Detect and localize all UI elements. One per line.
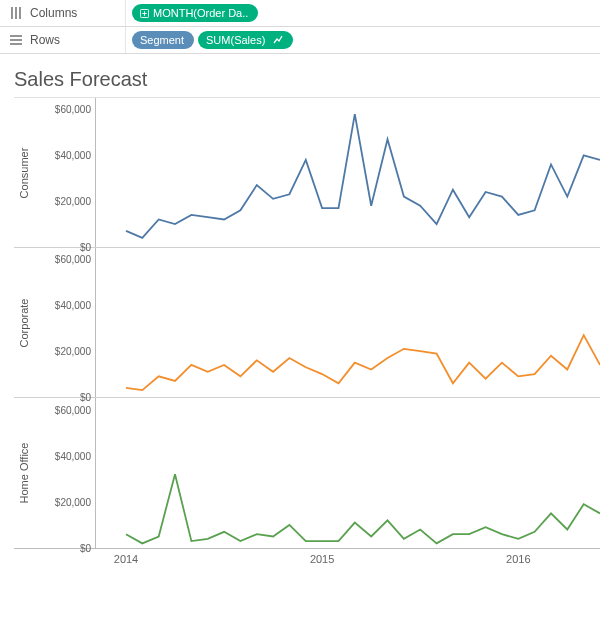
y-tick: $60,000 <box>55 404 91 415</box>
y-tick: $60,000 <box>55 104 91 115</box>
pill-label: Segment <box>140 34 184 46</box>
rows-pills: Segment SUM(Sales) <box>126 31 293 49</box>
x-tick: 2016 <box>506 553 530 565</box>
facet-consumer: Consumer$0$20,000$40,000$60,000 <box>14 98 600 248</box>
rows-label-text: Rows <box>30 33 60 47</box>
columns-pills: MONTH(Order Da.. <box>126 4 258 22</box>
facet-label[interactable]: Corporate <box>14 248 36 397</box>
facet-label[interactable]: Home Office <box>14 398 36 548</box>
x-tick: 2015 <box>310 553 334 565</box>
series-line[interactable] <box>126 114 600 238</box>
pill-month-order-date[interactable]: MONTH(Order Da.. <box>132 4 258 22</box>
facet-label[interactable]: Consumer <box>14 98 36 247</box>
y-axis: $0$20,000$40,000$60,000 <box>36 248 96 397</box>
y-tick: $20,000 <box>55 196 91 207</box>
chart-area: Consumer$0$20,000$40,000$60,000Corporate… <box>0 97 600 574</box>
facet-label-text: Home Office <box>19 443 31 504</box>
y-tick: $40,000 <box>55 300 91 311</box>
columns-label-text: Columns <box>30 6 77 20</box>
plot-area[interactable] <box>96 248 600 397</box>
y-axis: $0$20,000$40,000$60,000 <box>36 398 96 548</box>
pill-sum-sales[interactable]: SUM(Sales) <box>198 31 293 49</box>
y-tick: $20,000 <box>55 496 91 507</box>
title-area: Sales Forecast <box>0 54 600 97</box>
columns-shelf: Columns MONTH(Order Da.. <box>0 0 600 27</box>
plot-area[interactable] <box>96 98 600 247</box>
rows-shelf-label: Rows <box>2 27 126 53</box>
y-tick: $0 <box>80 543 91 554</box>
rows-shelf: Rows Segment SUM(Sales) <box>0 27 600 54</box>
facet-label-text: Corporate <box>19 298 31 347</box>
y-tick: $60,000 <box>55 254 91 265</box>
facet-label-text: Consumer <box>19 147 31 198</box>
x-axis-ticks: 201420152016 <box>96 549 600 574</box>
columns-icon <box>8 5 24 21</box>
forecast-icon <box>273 34 283 46</box>
plot-area[interactable] <box>96 398 600 548</box>
y-axis: $0$20,000$40,000$60,000 <box>36 98 96 247</box>
y-tick: $20,000 <box>55 346 91 357</box>
chart-title[interactable]: Sales Forecast <box>14 68 600 91</box>
facets-container: Consumer$0$20,000$40,000$60,000Corporate… <box>14 97 600 548</box>
x-axis: 201420152016 <box>14 548 600 574</box>
series-line[interactable] <box>126 335 600 390</box>
x-tick: 2014 <box>114 553 138 565</box>
series-line[interactable] <box>126 474 600 543</box>
facet-corporate: Corporate$0$20,000$40,000$60,000 <box>14 248 600 398</box>
columns-shelf-label: Columns <box>2 0 126 26</box>
pill-segment[interactable]: Segment <box>132 31 194 49</box>
facet-home-office: Home Office$0$20,000$40,000$60,000 <box>14 398 600 548</box>
y-tick: $40,000 <box>55 450 91 461</box>
plus-icon <box>140 9 149 18</box>
pill-label: MONTH(Order Da.. <box>153 7 248 19</box>
rows-icon <box>8 32 24 48</box>
pill-label: SUM(Sales) <box>206 34 265 46</box>
y-tick: $40,000 <box>55 150 91 161</box>
